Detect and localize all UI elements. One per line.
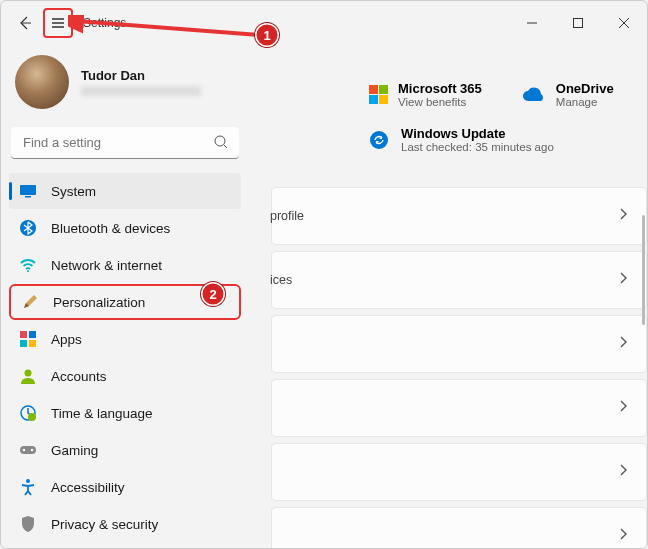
minimize-icon <box>527 18 537 28</box>
promo-title: Microsoft 365 <box>398 81 482 96</box>
title-bar: Settings <box>1 1 647 45</box>
promo-microsoft-365[interactable]: Microsoft 365 View benefits <box>369 81 482 108</box>
promo-onedrive[interactable]: OneDrive Manage <box>522 81 614 108</box>
profile-email-redacted <box>81 86 201 96</box>
svg-rect-10 <box>29 340 36 347</box>
settings-row[interactable] <box>271 379 647 437</box>
nav-apps[interactable]: Apps <box>9 321 241 357</box>
nav-label: Time & language <box>51 406 153 421</box>
profile-block[interactable]: Tudor Dan <box>9 45 241 125</box>
chevron-right-icon <box>618 271 628 289</box>
minimize-button[interactable] <box>509 7 555 39</box>
chevron-right-icon <box>618 399 628 417</box>
nav-label: Gaming <box>51 443 98 458</box>
promo-subtitle: Manage <box>556 96 614 108</box>
settings-row[interactable] <box>271 443 647 501</box>
promo-windows-update[interactable]: Windows Update Last checked: 35 minutes … <box>369 126 647 153</box>
nav-privacy[interactable]: Privacy & security <box>9 506 241 542</box>
nav-list: System Bluetooth & devices Network & int… <box>9 173 241 548</box>
nav-label: Accessibility <box>51 480 125 495</box>
settings-row[interactable]: ices <box>271 251 647 309</box>
svg-rect-0 <box>574 19 583 28</box>
promo-subtitle: View benefits <box>398 96 482 108</box>
maximize-button[interactable] <box>555 7 601 39</box>
nav-label: Network & internet <box>51 258 162 273</box>
chevron-right-icon <box>618 207 628 225</box>
clock-globe-icon <box>19 404 37 422</box>
paintbrush-icon <box>21 293 39 311</box>
wifi-icon <box>19 256 37 274</box>
chevron-right-icon <box>618 463 628 481</box>
nav-label: Personalization <box>53 295 145 310</box>
chevron-right-icon <box>618 527 628 545</box>
nav-label: Apps <box>51 332 82 347</box>
nav-label: Bluetooth & devices <box>51 221 170 236</box>
person-icon <box>19 367 37 385</box>
svg-rect-14 <box>20 446 36 454</box>
back-button[interactable] <box>11 9 39 37</box>
annotation-badge-1: 1 <box>255 23 279 47</box>
nav-network[interactable]: Network & internet <box>9 247 241 283</box>
svg-point-17 <box>26 479 30 483</box>
nav-system[interactable]: System <box>9 173 241 209</box>
settings-row[interactable] <box>271 315 647 373</box>
svg-point-6 <box>27 270 29 272</box>
hamburger-button[interactable] <box>43 8 73 38</box>
window-title: Settings <box>83 16 126 30</box>
row-partial-text: profile <box>270 209 304 223</box>
bluetooth-icon <box>19 219 37 237</box>
row-partial-text: ices <box>270 273 292 287</box>
profile-name: Tudor Dan <box>81 68 201 83</box>
settings-row[interactable]: profile <box>271 187 647 245</box>
arrow-left-icon <box>17 15 33 31</box>
nav-windows-update[interactable]: Windows Update <box>9 543 241 548</box>
svg-point-13 <box>28 413 36 421</box>
svg-point-15 <box>23 449 25 451</box>
search-box[interactable] <box>11 127 239 159</box>
nav-label: Accounts <box>51 369 107 384</box>
window-controls <box>509 7 647 39</box>
hamburger-icon <box>50 15 66 31</box>
close-button[interactable] <box>601 7 647 39</box>
promo-subtitle: Last checked: 35 minutes ago <box>401 141 554 153</box>
gamepad-icon <box>19 441 37 459</box>
apps-icon <box>19 330 37 348</box>
maximize-icon <box>573 18 583 28</box>
nav-time[interactable]: Time & language <box>9 395 241 431</box>
shield-icon <box>19 515 37 533</box>
sync-circle-icon <box>369 130 389 150</box>
settings-row[interactable] <box>271 507 647 548</box>
promo-title: Windows Update <box>401 126 554 141</box>
svg-point-11 <box>25 370 32 377</box>
svg-rect-3 <box>20 185 36 195</box>
svg-rect-8 <box>29 331 36 338</box>
svg-point-18 <box>370 131 388 149</box>
main-panel: Microsoft 365 View benefits OneDrive Man… <box>249 45 647 548</box>
search-input[interactable] <box>11 127 239 159</box>
promo-title: OneDrive <box>556 81 614 96</box>
settings-rows: profile ices <box>271 187 647 548</box>
nav-accessibility[interactable]: Accessibility <box>9 469 241 505</box>
svg-rect-9 <box>20 340 27 347</box>
svg-rect-7 <box>20 331 27 338</box>
microsoft-logo-icon <box>369 85 388 104</box>
avatar <box>15 55 69 109</box>
chevron-right-icon <box>618 335 628 353</box>
svg-point-16 <box>31 449 33 451</box>
close-icon <box>619 18 629 28</box>
nav-label: Privacy & security <box>51 517 158 532</box>
nav-label: System <box>51 184 96 199</box>
monitor-icon <box>19 182 37 200</box>
nav-bluetooth[interactable]: Bluetooth & devices <box>9 210 241 246</box>
nav-gaming[interactable]: Gaming <box>9 432 241 468</box>
accessibility-icon <box>19 478 37 496</box>
nav-accounts[interactable]: Accounts <box>9 358 241 394</box>
svg-rect-4 <box>25 196 31 198</box>
cloud-icon <box>522 87 546 103</box>
scrollbar[interactable] <box>642 215 645 325</box>
annotation-badge-2: 2 <box>201 282 225 306</box>
